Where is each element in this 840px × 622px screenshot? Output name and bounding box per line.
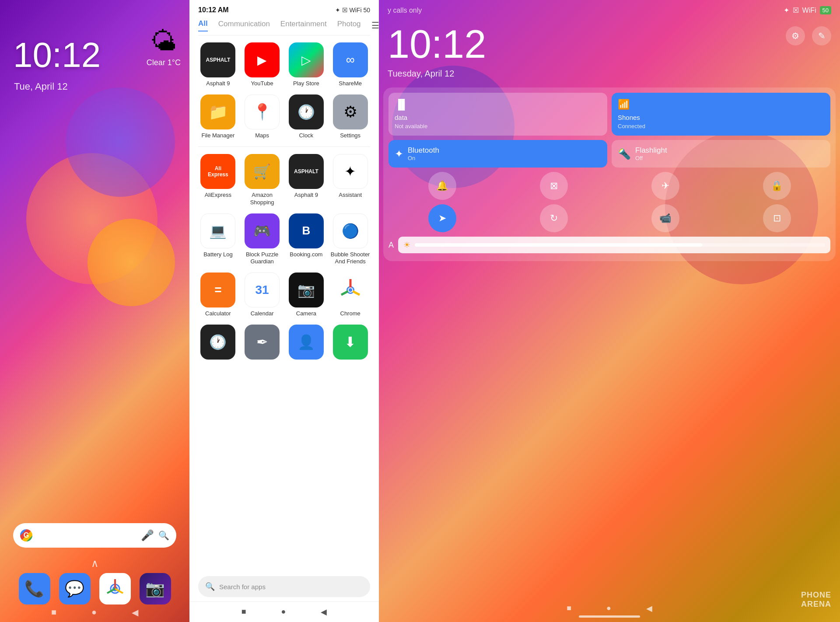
app-settings[interactable]: ⚙ Settings bbox=[330, 94, 370, 140]
left-panel: 10:12 Tue, April 12 🌤 Clear 1°C G 🎤 🔍 ∧ … bbox=[0, 0, 189, 622]
cc-circle-screen[interactable]: ⊠ bbox=[540, 172, 568, 200]
left-nav-back[interactable]: ◀ bbox=[132, 607, 138, 618]
apps-scroll-area[interactable]: AliExpress AliExpress 🛒 Amazon Shopping … bbox=[189, 147, 379, 572]
cc-flash-content: Flashlight Off bbox=[635, 146, 667, 161]
cc-wifi-icon: 📶 bbox=[618, 99, 824, 110]
app-calendar[interactable]: 31 Calendar bbox=[242, 273, 282, 318]
middle-status-time: 10:12 AM bbox=[198, 6, 229, 14]
app-asphalt9-2[interactable]: ASPHALT Asphalt 9 bbox=[287, 154, 326, 206]
middle-search-placeholder: Search for apps bbox=[219, 583, 266, 591]
dock-messages[interactable]: 💬 bbox=[59, 573, 91, 605]
tab-entertainment[interactable]: Entertainment bbox=[280, 20, 327, 31]
app-download[interactable]: ⬇ bbox=[330, 325, 370, 362]
app-asphalt9[interactable]: ASPHALT Asphalt 9 bbox=[198, 42, 238, 87]
app-icon-camera: 📷 bbox=[289, 273, 324, 308]
app-contacts[interactable]: 👤 bbox=[287, 325, 326, 362]
cc-brightness-sun-icon: ☀ bbox=[403, 240, 410, 250]
app-icon-shareme: ∞ bbox=[333, 42, 368, 77]
tabs-menu-icon[interactable]: ☰ bbox=[371, 20, 379, 31]
app-icon-teakwood: ✒ bbox=[245, 325, 280, 360]
right-settings-icon[interactable]: ⚙ bbox=[786, 26, 805, 45]
cc-data-icon: ▐▌ bbox=[395, 99, 601, 110]
cc-circle-location[interactable]: ➤ bbox=[428, 204, 456, 232]
app-label-youtube: YouTube bbox=[251, 80, 273, 87]
right-bt-icon: ✦ bbox=[784, 6, 789, 14]
app-playstore[interactable]: ▷ Play Store bbox=[287, 42, 326, 87]
middle-nav-back[interactable]: ◀ bbox=[321, 607, 327, 617]
app-grid-section-1: ASPHALT Asphalt 9 ▶ YouTube ▷ Play Store… bbox=[189, 35, 379, 94]
app-drawer-up-arrow[interactable]: ∧ bbox=[91, 557, 99, 570]
app-assistant[interactable]: ✦ Assistant bbox=[330, 154, 370, 206]
app-label-calculator: Calculator bbox=[205, 310, 231, 318]
bg-blob-3 bbox=[88, 219, 175, 306]
app-camera[interactable]: 📷 Camera bbox=[287, 273, 326, 318]
cc-data-label: data bbox=[395, 114, 601, 121]
cc-wifi-sub: Connected bbox=[618, 123, 824, 129]
tab-photography[interactable]: Photog bbox=[337, 20, 361, 31]
middle-nav-bar: ■ ● ◀ bbox=[189, 601, 379, 622]
middle-nav-square[interactable]: ■ bbox=[242, 607, 246, 617]
app-filemanager[interactable]: 📁 File Manager bbox=[198, 94, 238, 140]
app-label-booking: Booking.com bbox=[290, 251, 322, 259]
left-nav-circle[interactable]: ● bbox=[91, 607, 97, 618]
dock-camera[interactable]: 📷 bbox=[140, 573, 171, 605]
app-icon-settings: ⚙ bbox=[333, 94, 368, 129]
left-clock-time: 10:12 bbox=[13, 35, 101, 75]
app-label-asphalt9-2: Asphalt 9 bbox=[294, 192, 318, 199]
middle-status-bar: 10:12 AM ✦ ☒ WiFi 50 bbox=[198, 6, 370, 14]
app-icon-aliexpress: AliExpress bbox=[200, 154, 235, 189]
app-chrome[interactable]: Chrome bbox=[330, 273, 370, 318]
dock-phone[interactable]: 📞 bbox=[19, 573, 50, 605]
lens-search-icon[interactable]: 🔍 bbox=[158, 530, 169, 541]
cc-tile-bluetooth[interactable]: ✦ Bluetooth On bbox=[388, 140, 607, 168]
cc-circle-bell[interactable]: 🔔 bbox=[428, 172, 456, 200]
right-nav-square[interactable]: ■ bbox=[567, 604, 571, 613]
left-search-bar[interactable]: G 🎤 🔍 bbox=[13, 523, 176, 548]
app-bubbleshooter[interactable]: 🔵 Bubble Shooter And Friends bbox=[330, 213, 370, 266]
weather-icon: 🌤 bbox=[150, 26, 177, 56]
app-label-filemanager: File Manager bbox=[201, 132, 234, 140]
right-nav-back[interactable]: ◀ bbox=[646, 604, 652, 613]
right-edit-icon[interactable]: ✎ bbox=[812, 26, 831, 45]
app-icon-calculator: = bbox=[200, 273, 235, 308]
app-clock[interactable]: 🕐 Clock bbox=[287, 94, 326, 140]
app-youtube[interactable]: ▶ YouTube bbox=[242, 42, 282, 87]
voice-search-icon[interactable]: 🎤 bbox=[141, 529, 154, 542]
app-blockpuzzle[interactable]: 🎮 Block Puzzle Guardian bbox=[242, 213, 282, 266]
app-batterylog[interactable]: 💻 Battery Log bbox=[198, 213, 238, 266]
cc-tile-wifi[interactable]: 📶 Shones Connected bbox=[612, 93, 830, 136]
middle-search-bar[interactable]: 🔍 Search for apps bbox=[198, 576, 370, 597]
cc-circle-airplane[interactable]: ✈ bbox=[651, 172, 679, 200]
app-maps[interactable]: 📍 Maps bbox=[242, 94, 282, 140]
tab-communication[interactable]: Communication bbox=[218, 20, 270, 31]
right-nav-bar: ■ ● ◀ bbox=[379, 604, 840, 613]
left-nav-square[interactable]: ■ bbox=[51, 607, 56, 618]
cc-bluetooth-icon: ✦ bbox=[395, 148, 403, 160]
cc-circle-video[interactable]: 📹 bbox=[651, 204, 679, 232]
app-label-aliexpress: AliExpress bbox=[205, 192, 231, 199]
cc-flashlight-icon: 🔦 bbox=[618, 148, 631, 160]
app-grid-6: 🕐 ✒ 👤 ⬇ bbox=[198, 325, 370, 362]
cc-tile-data[interactable]: ▐▌ data Not available bbox=[388, 93, 607, 136]
middle-nav-circle[interactable]: ● bbox=[281, 607, 286, 617]
dock-chrome[interactable] bbox=[99, 573, 131, 605]
cc-row-bt-flash: ✦ Bluetooth On 🔦 Flashlight Off bbox=[388, 140, 830, 168]
cc-circle-fullscreen[interactable]: ⊡ bbox=[763, 204, 791, 232]
app-amazon[interactable]: 🛒 Amazon Shopping bbox=[242, 154, 282, 206]
app-teakwood[interactable]: ✒ bbox=[242, 325, 282, 362]
app-booking[interactable]: B Booking.com bbox=[287, 213, 326, 266]
right-nav-circle[interactable]: ● bbox=[606, 604, 611, 613]
app-clock2[interactable]: 🕐 bbox=[198, 325, 238, 362]
right-bottom-bar bbox=[379, 615, 840, 618]
app-shareme[interactable]: ∞ ShareMe bbox=[330, 42, 370, 87]
cc-brightness-control[interactable]: ☀ bbox=[398, 237, 830, 253]
app-label-amazon: Amazon Shopping bbox=[242, 192, 282, 206]
cc-circle-rotate[interactable]: ↻ bbox=[540, 204, 568, 232]
app-aliexpress[interactable]: AliExpress AliExpress bbox=[198, 154, 238, 206]
app-icon-contacts: 👤 bbox=[289, 325, 324, 360]
cc-tile-flashlight[interactable]: 🔦 Flashlight Off bbox=[612, 140, 830, 168]
cc-circle-lock[interactable]: 🔒 bbox=[763, 172, 791, 200]
app-calculator[interactable]: = Calculator bbox=[198, 273, 238, 318]
app-grid-3: AliExpress AliExpress 🛒 Amazon Shopping … bbox=[198, 154, 370, 206]
tab-all[interactable]: All bbox=[198, 19, 208, 31]
